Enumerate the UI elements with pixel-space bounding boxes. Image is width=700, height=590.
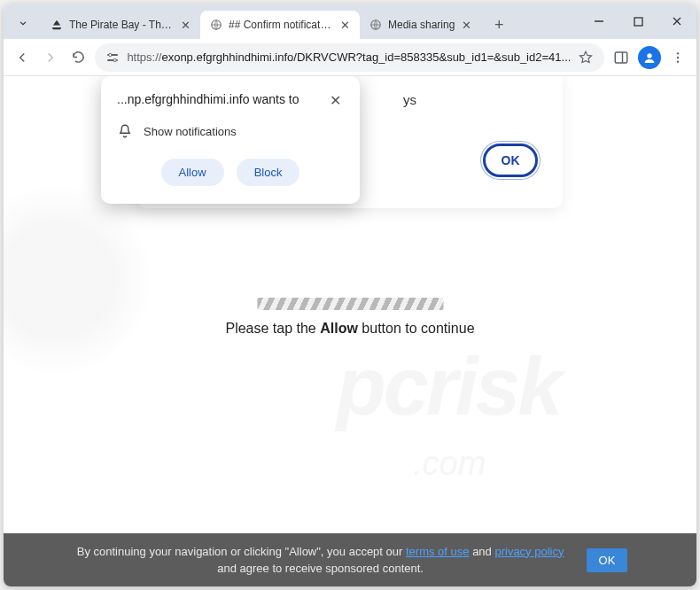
tab-title: The Pirate Bay - The gal...: [69, 19, 174, 31]
svg-point-6: [109, 53, 112, 56]
profile-button[interactable]: [638, 43, 661, 72]
sidepanel-icon: [613, 50, 629, 66]
kebab-menu-icon: [671, 50, 685, 65]
chevron-down-icon: [17, 17, 29, 29]
tab-confirm-notifications[interactable]: ## Confirm notifications ✕: [200, 11, 360, 39]
reload-icon: [71, 50, 86, 65]
tab-close-button[interactable]: ✕: [179, 19, 191, 31]
page-dialog-trailing-text: ys: [403, 92, 416, 107]
reload-button[interactable]: [67, 43, 90, 72]
tab-title: ## Confirm notifications: [229, 19, 333, 31]
center-message: Please tap the Allow button to continue: [225, 298, 474, 337]
page-dialog-ok-label: OK: [502, 153, 520, 167]
forward-button[interactable]: [39, 43, 62, 72]
address-text: https://exonp.efgrghhindhimi.info/DKRVCW…: [127, 50, 571, 64]
consent-ok-label: OK: [599, 554, 616, 567]
consent-bar: By continuing your navigation or clickin…: [4, 533, 696, 586]
svg-point-13: [677, 60, 679, 62]
toolbar: https://exonp.efgrghhindhimi.info/DKRVCW…: [4, 39, 696, 76]
svg-rect-3: [634, 18, 642, 26]
permission-origin-text: ...np.efgrghhindhimi.info wants to: [117, 92, 299, 106]
watermark-text-small: .com: [413, 445, 643, 498]
block-button[interactable]: Block: [237, 159, 300, 186]
close-icon: [672, 16, 682, 27]
terms-of-use-link[interactable]: terms of use: [406, 545, 470, 558]
minimize-icon: [594, 16, 604, 27]
bookmark-star-icon[interactable]: [578, 50, 594, 66]
center-text: Please tap the Allow button to continue: [225, 321, 474, 337]
tab-close-button[interactable]: ✕: [460, 19, 472, 31]
browser-window: The Pirate Bay - The gal... ✕ ## Confirm…: [4, 4, 696, 586]
arrow-left-icon: [14, 50, 30, 66]
block-label: Block: [254, 166, 283, 179]
svg-point-10: [648, 53, 652, 58]
extensions-button[interactable]: [610, 43, 633, 72]
favicon-globe-icon: [369, 18, 383, 32]
page-content: pcrisk .com . ys OK ...np.efgrghhindhimi…: [4, 76, 696, 586]
tab-bar: The Pirate Bay - The gal... ✕ ## Confirm…: [4, 4, 696, 39]
new-tab-button[interactable]: +: [486, 12, 511, 37]
consent-ok-button[interactable]: OK: [587, 548, 628, 572]
back-button[interactable]: [11, 43, 34, 72]
maximize-button[interactable]: [618, 7, 657, 35]
svg-point-12: [677, 56, 679, 58]
bell-icon: [117, 123, 133, 139]
allow-button[interactable]: Allow: [161, 159, 224, 186]
menu-button[interactable]: [666, 43, 689, 72]
svg-rect-8: [616, 52, 628, 63]
page-dialog-ok-button[interactable]: OK: [483, 144, 538, 177]
site-settings-icon[interactable]: [105, 50, 120, 65]
window-controls: [579, 4, 696, 39]
favicon-ship-icon: [50, 18, 64, 32]
tab-pirate-bay[interactable]: The Pirate Bay - The gal... ✕: [41, 11, 200, 39]
permission-body-text: Show notifications: [144, 125, 237, 138]
address-bar[interactable]: https://exonp.efgrghhindhimi.info/DKRVCW…: [95, 43, 604, 72]
close-window-button[interactable]: [657, 7, 696, 35]
tab-search-button[interactable]: [11, 11, 35, 35]
favicon-globe-icon: [209, 18, 223, 32]
allow-label: Allow: [179, 166, 206, 179]
minimize-button[interactable]: [579, 7, 618, 35]
loading-bar: [257, 298, 443, 310]
permission-close-button[interactable]: ✕: [326, 92, 344, 109]
tab-media-sharing[interactable]: Media sharing ✕: [360, 11, 481, 39]
svg-point-11: [677, 52, 679, 54]
tab-title: Media sharing: [388, 19, 455, 31]
arrow-right-icon: [43, 50, 58, 66]
consent-text: By continuing your navigation or clickin…: [73, 543, 569, 578]
watermark-circle: [4, 182, 154, 377]
tab-close-button[interactable]: ✕: [338, 19, 351, 31]
svg-point-7: [113, 58, 116, 61]
maximize-icon: [634, 17, 643, 27]
privacy-policy-link[interactable]: privacy policy: [494, 545, 564, 558]
notification-permission-popup: ...np.efgrghhindhimi.info wants to ✕ Sho…: [101, 76, 360, 204]
avatar-icon: [638, 46, 661, 69]
